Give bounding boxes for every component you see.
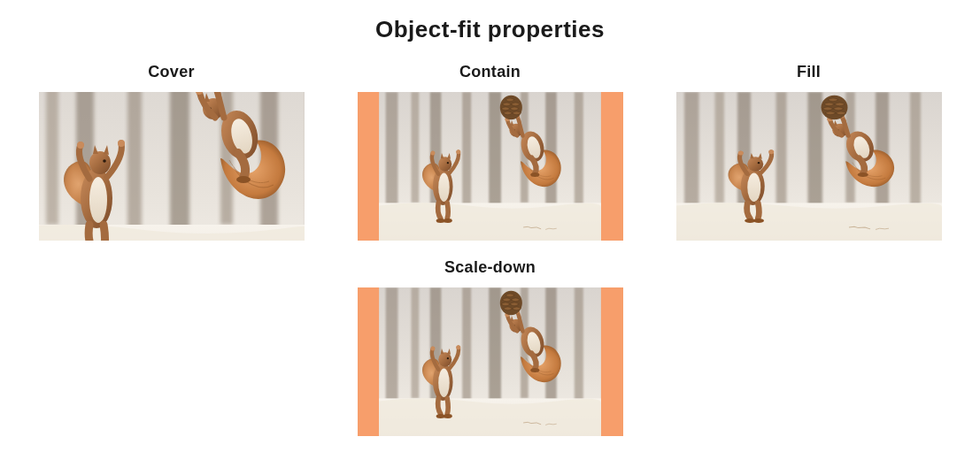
example-fill-label: Fill: [797, 63, 821, 81]
example-fill: Fill: [676, 63, 942, 241]
squirrel-image-icon: [39, 92, 305, 241]
page-title: Object-fit properties: [18, 16, 962, 43]
example-cover-frame: [39, 92, 305, 241]
example-scaledown-label: Scale-down: [444, 258, 536, 277]
example-cover: Cover: [39, 63, 305, 241]
squirrel-image-icon: [676, 92, 942, 241]
squirrel-image-icon: [379, 287, 601, 436]
example-scaledown-frame: [358, 287, 623, 436]
examples-row-2: Scale-down: [18, 258, 962, 436]
example-fill-frame: [676, 92, 942, 241]
example-contain-label: Contain: [459, 63, 521, 81]
example-scaledown: Scale-down: [358, 258, 623, 436]
examples-row-1: Cover Contain Fill: [18, 63, 962, 241]
squirrel-image-icon: [379, 92, 601, 241]
example-contain-frame: [358, 92, 623, 241]
example-contain: Contain: [358, 63, 623, 241]
example-cover-label: Cover: [148, 63, 195, 81]
